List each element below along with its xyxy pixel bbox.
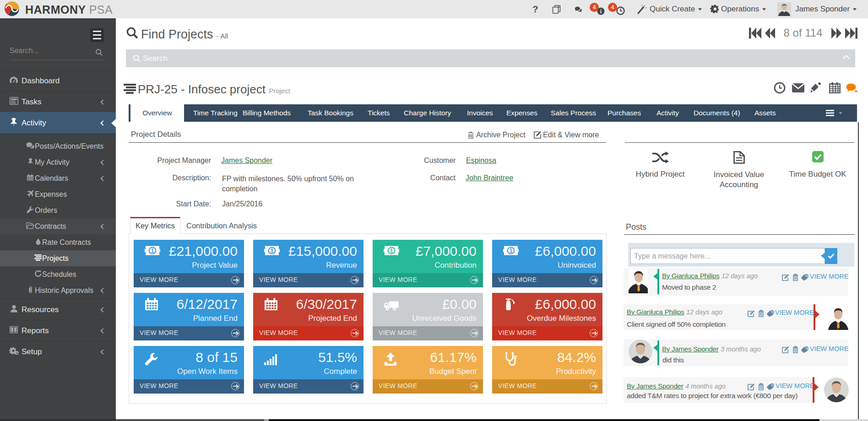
svg-text:1: 1 — [390, 248, 393, 254]
svg-text:1: 1 — [510, 248, 513, 254]
svg-text:1: 1 — [271, 248, 274, 254]
svg-text:1: 1 — [151, 248, 154, 254]
